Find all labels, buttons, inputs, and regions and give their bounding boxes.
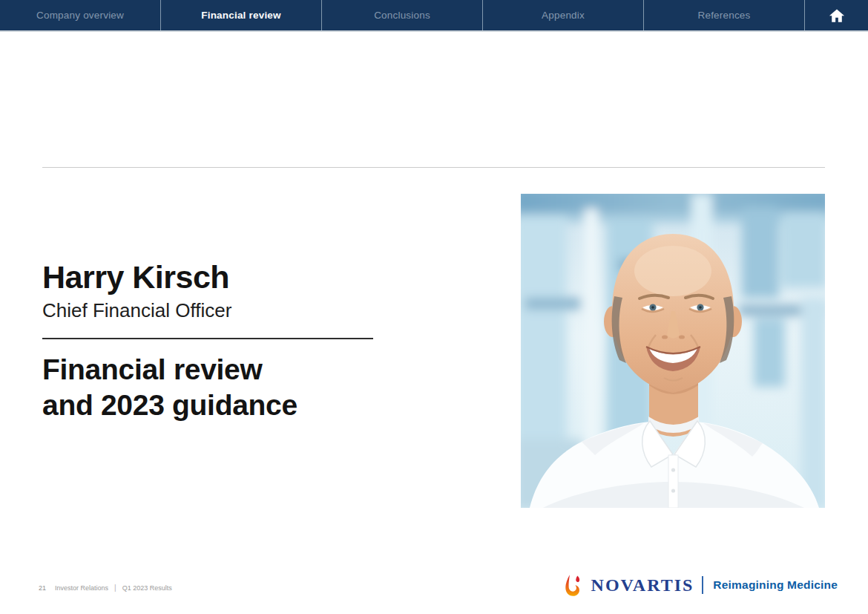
speaker-title: Chief Financial Officer (42, 299, 231, 322)
horizontal-divider (42, 167, 825, 168)
nav-tab-label: Company overview (36, 10, 124, 21)
novartis-flame-icon (562, 574, 582, 597)
slide-title-line2: and 2023 guidance (42, 389, 297, 421)
page-number: 21 (39, 584, 46, 592)
novartis-logo: NOVARTIS Reimagining Medicine (562, 572, 838, 598)
nav-tab-label: Financial review (201, 10, 281, 21)
nav-tab-conclusions[interactable]: Conclusions (322, 0, 483, 30)
portrait-photo (521, 194, 825, 508)
footer-separator: | (114, 584, 116, 592)
nav-tab-company-overview[interactable]: Company overview (0, 0, 161, 30)
slide-title: Financial review and 2023 guidance (42, 352, 297, 423)
nav-tab-label: Conclusions (374, 10, 430, 21)
nav-tab-financial-review[interactable]: Financial review (161, 0, 322, 30)
portrait-illustration (521, 194, 825, 508)
speaker-name: Harry Kirsch (42, 259, 229, 295)
home-icon (829, 7, 845, 24)
slide-title-line1: Financial review (42, 353, 263, 385)
brand-tagline: Reimagining Medicine (713, 578, 838, 592)
nav-tab-label: Appendix (542, 10, 585, 21)
novartis-wordmark: NOVARTIS (591, 575, 694, 595)
nav-tab-references[interactable]: References (644, 0, 805, 30)
top-nav-bar: Company overview Financial review Conclu… (0, 0, 868, 32)
title-underline (42, 338, 373, 339)
footer-meta: 21 Investor Relations | Q1 2023 Results (39, 584, 172, 592)
presentation-slide: Company overview Financial review Conclu… (0, 0, 868, 614)
brand-divider (702, 576, 703, 594)
nav-tab-label: References (697, 10, 750, 21)
footer-context: Q1 2023 Results (122, 584, 172, 592)
footer-section: Investor Relations (55, 584, 108, 592)
nav-home-button[interactable] (805, 0, 868, 30)
nav-tab-appendix[interactable]: Appendix (483, 0, 644, 30)
